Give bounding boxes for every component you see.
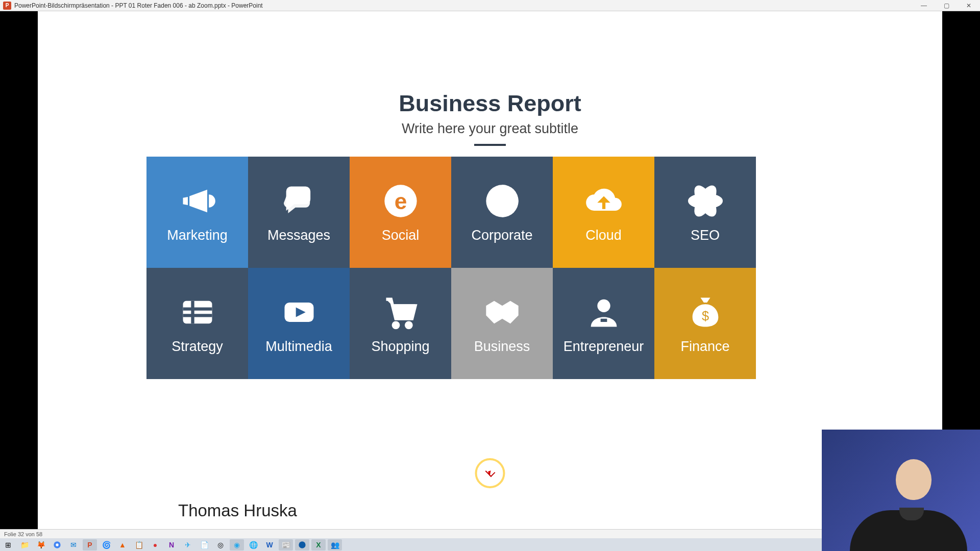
tile-cloud: Cloud bbox=[553, 157, 654, 268]
tile-label: Shopping bbox=[371, 339, 429, 355]
tile-marketing: Marketing bbox=[146, 157, 248, 268]
close-button[interactable]: ✕ bbox=[958, 0, 980, 11]
svg-text:$: $ bbox=[701, 308, 708, 322]
taskbar-app-1[interactable]: 🌀 bbox=[99, 539, 113, 550]
tile-entrepreneur: Entrepreneur bbox=[553, 268, 654, 379]
slide-subtitle: Write here your great subtitle bbox=[38, 121, 942, 137]
maximize-button[interactable]: ▢ bbox=[935, 0, 958, 11]
social-e-icon: e bbox=[381, 182, 420, 220]
svg-text:e: e bbox=[394, 188, 407, 213]
atom-icon bbox=[686, 182, 725, 220]
person-icon bbox=[584, 293, 623, 332]
cart-icon bbox=[381, 293, 420, 332]
taskbar-app-7[interactable]: 🌐 bbox=[246, 539, 260, 550]
cursor-highlight bbox=[475, 458, 505, 488]
tile-label: Multimedia bbox=[265, 339, 332, 355]
svg-point-11 bbox=[393, 322, 398, 328]
taskbar-app-2[interactable]: 📋 bbox=[132, 539, 146, 550]
window-titlebar: P PowerPoint-Bildschirmpräsentation - PP… bbox=[0, 0, 980, 11]
slide-counter: Folie 32 von 58 bbox=[4, 531, 42, 537]
taskbar-teams[interactable]: 👥 bbox=[328, 539, 342, 550]
tile-label: Messages bbox=[267, 228, 330, 243]
moneybag-icon: $ bbox=[686, 293, 725, 332]
taskbar-vlc[interactable]: ▲ bbox=[115, 539, 130, 550]
taskbar-app-3[interactable]: ● bbox=[148, 539, 162, 550]
pacman-icon bbox=[483, 182, 522, 220]
taskbar-firefox[interactable]: 🦊 bbox=[34, 539, 48, 550]
taskbar-edge[interactable] bbox=[295, 539, 309, 550]
tile-label: Finance bbox=[680, 339, 729, 355]
megaphone-icon bbox=[178, 182, 217, 220]
taskbar-app-6[interactable]: ◉ bbox=[230, 539, 244, 550]
cloud-up-icon bbox=[584, 182, 623, 220]
title-underline bbox=[474, 144, 506, 146]
tile-finance: $ Finance bbox=[654, 268, 756, 379]
svg-point-18 bbox=[299, 541, 305, 548]
tile-strategy: Strategy bbox=[146, 268, 248, 379]
tile-label: SEO bbox=[691, 228, 720, 243]
tile-seo: SEO bbox=[654, 157, 756, 268]
tile-label: Corporate bbox=[471, 228, 532, 243]
svg-rect-6 bbox=[183, 300, 212, 323]
tile-shopping: Shopping bbox=[350, 268, 451, 379]
taskbar-chrome[interactable] bbox=[50, 539, 64, 550]
taskbar-powerpoint[interactable]: P bbox=[83, 539, 97, 550]
taskbar-app-4[interactable]: 📄 bbox=[197, 539, 211, 550]
svg-point-13 bbox=[597, 299, 610, 312]
video-icon bbox=[280, 293, 318, 332]
tile-label: Cloud bbox=[585, 228, 622, 243]
svg-rect-14 bbox=[600, 318, 607, 321]
app-icon: P bbox=[3, 2, 11, 10]
tile-label: Strategy bbox=[172, 339, 223, 355]
taskbar-outlook[interactable]: ✉ bbox=[66, 539, 81, 550]
slide-title: Business Report bbox=[38, 90, 942, 117]
svg-point-12 bbox=[406, 322, 411, 328]
tile-label: Social bbox=[382, 228, 420, 243]
tile-grid: Marketing Messages e Social Corporate Cl… bbox=[146, 157, 756, 379]
start-button[interactable]: ⊞ bbox=[1, 539, 15, 550]
tile-messages: Messages bbox=[248, 157, 350, 268]
tile-label: Entrepreneur bbox=[564, 339, 644, 355]
handshake-icon bbox=[483, 293, 522, 332]
svg-point-17 bbox=[56, 543, 58, 546]
grid-icon bbox=[178, 293, 217, 332]
tile-label: Business bbox=[474, 339, 530, 355]
taskbar-explorer[interactable]: 📁 bbox=[17, 539, 32, 550]
minimize-button[interactable]: — bbox=[913, 0, 935, 11]
taskbar-onenote[interactable]: N bbox=[164, 539, 179, 550]
tile-label: Marketing bbox=[167, 228, 228, 243]
taskbar-telegram[interactable]: ✈ bbox=[181, 539, 195, 550]
taskbar-excel[interactable]: X bbox=[311, 539, 326, 550]
tile-multimedia: Multimedia bbox=[248, 268, 350, 379]
slide[interactable]: Business Report Write here your great su… bbox=[38, 11, 942, 529]
taskbar-app-8[interactable]: 📰 bbox=[279, 539, 293, 550]
taskbar-word[interactable]: W bbox=[262, 539, 277, 550]
tile-social: e Social bbox=[350, 157, 451, 268]
window-title: PowerPoint-Bildschirmpräsentation - PPT … bbox=[14, 2, 263, 9]
tile-corporate: Corporate bbox=[451, 157, 553, 268]
author-name: Thomas Hruska bbox=[178, 501, 297, 520]
chat-icon bbox=[280, 182, 318, 220]
taskbar-app-5[interactable]: ◎ bbox=[213, 539, 228, 550]
webcam-overlay bbox=[822, 430, 980, 551]
tile-business: Business bbox=[451, 268, 553, 379]
